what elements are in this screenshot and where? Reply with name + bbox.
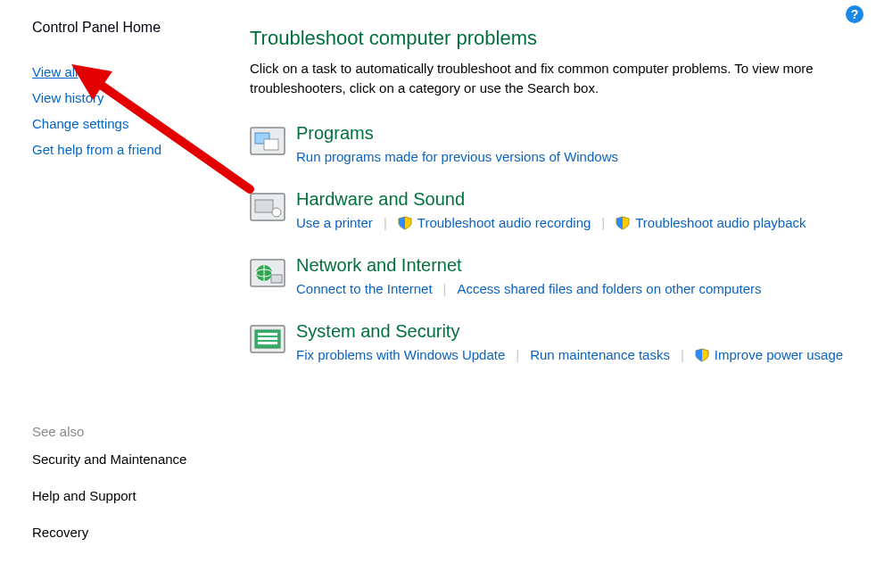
separator: | xyxy=(516,347,519,362)
network-icon xyxy=(250,259,285,287)
task-use-printer[interactable]: Use a printer xyxy=(296,215,373,230)
page-title: Troubleshoot computer problems xyxy=(250,27,849,50)
svg-rect-4 xyxy=(264,139,278,150)
shield-icon xyxy=(398,216,412,230)
category-hardware: Hardware and Sound Use a printer | Troub… xyxy=(250,189,849,230)
sidebar-link-view-all[interactable]: View all xyxy=(32,64,78,79)
svg-rect-14 xyxy=(258,333,277,335)
separator: | xyxy=(443,281,447,296)
main-content: Troubleshoot computer problems Click on … xyxy=(232,0,876,588)
window: ? Control Panel Home View all View histo… xyxy=(0,0,876,588)
category-title-system[interactable]: System and Security xyxy=(296,321,849,342)
separator: | xyxy=(681,347,684,362)
sidebar-heading: Control Panel Home xyxy=(32,20,232,36)
separator: | xyxy=(601,215,605,230)
programs-icon xyxy=(250,127,285,155)
svg-rect-16 xyxy=(258,342,277,344)
task-maintenance[interactable]: Run maintenance tasks xyxy=(530,347,670,362)
svg-point-7 xyxy=(272,208,281,217)
shield-icon xyxy=(695,348,709,362)
category-title-programs[interactable]: Programs xyxy=(296,123,849,144)
task-windows-update[interactable]: Fix problems with Windows Update xyxy=(296,347,505,362)
sidebar-link-get-help[interactable]: Get help from a friend xyxy=(32,142,161,157)
see-also-heading: See also xyxy=(32,424,232,439)
system-icon xyxy=(250,325,285,353)
separator: | xyxy=(384,215,387,230)
sidebar-link-view-history[interactable]: View history xyxy=(32,90,104,105)
category-network: Network and Internet Connect to the Inte… xyxy=(250,255,849,296)
sidebar: Control Panel Home View all View history… xyxy=(0,0,232,588)
help-button[interactable]: ? xyxy=(846,5,864,23)
category-title-hardware[interactable]: Hardware and Sound xyxy=(296,189,849,210)
shield-icon xyxy=(616,216,630,230)
task-shared-files[interactable]: Access shared files and folders on other… xyxy=(458,281,762,296)
page-description: Click on a task to automatically trouble… xyxy=(250,59,849,98)
svg-rect-15 xyxy=(258,337,277,340)
task-audio-recording[interactable]: Troubleshoot audio recording xyxy=(398,215,591,230)
task-connect-internet[interactable]: Connect to the Internet xyxy=(296,281,433,296)
task-audio-playback[interactable]: Troubleshoot audio playback xyxy=(616,215,806,230)
svg-rect-6 xyxy=(255,200,273,212)
hardware-icon xyxy=(250,193,285,221)
svg-rect-11 xyxy=(271,275,282,283)
see-also-help[interactable]: Help and Support xyxy=(32,488,136,503)
sidebar-link-change-settings[interactable]: Change settings xyxy=(32,116,128,131)
see-also-recovery[interactable]: Recovery xyxy=(32,525,88,540)
see-also-security[interactable]: Security and Maintenance xyxy=(32,451,186,467)
category-title-network[interactable]: Network and Internet xyxy=(296,255,849,276)
category-programs: Programs Run programs made for previous … xyxy=(250,123,849,164)
category-system: System and Security Fix problems with Wi… xyxy=(250,321,849,362)
task-power-usage[interactable]: Improve power usage xyxy=(695,347,843,362)
task-run-prev-windows[interactable]: Run programs made for previous versions … xyxy=(296,149,618,164)
